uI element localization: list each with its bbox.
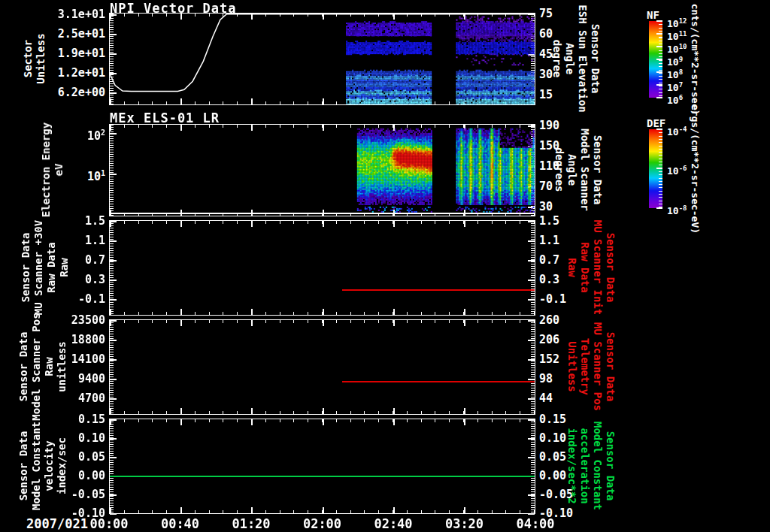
major-tick [110, 280, 117, 281]
p1-left-axis-title: SectorUnitless [22, 33, 47, 83]
colorbar-unit-label: ergs/(cm**2-sr-sec-eV) [690, 104, 701, 233]
colorbar-tick-label: 1010 [667, 41, 687, 55]
major-tick [110, 398, 117, 400]
p4-right-axis-title-line: Telemetry [578, 322, 591, 411]
axis-ticks [110, 221, 114, 315]
major-tick [528, 513, 535, 515]
p1-right-axis-title: Sensor DataESH Sun ElevationAngledegree [550, 5, 602, 112]
colorbar-major-tick [656, 97, 662, 98]
p5-right-tick-label: 0.05 [539, 451, 566, 463]
p1-left-tick-label: 1.9e+01 [0, 47, 105, 59]
p1-left-axis-title-line: Unitless [35, 33, 47, 83]
p5-left-axis-title-line: Model Constant [30, 422, 43, 510]
axis-ticks [531, 320, 535, 414]
p2-right-axis-title-line: Sensor Data [591, 128, 604, 211]
major-tick [528, 379, 535, 380]
colorbar-major-tick [656, 59, 662, 60]
exponent: 8 [679, 68, 683, 76]
axis-ticks [110, 408, 535, 414]
major-tick [528, 438, 535, 440]
major-tick [528, 240, 535, 242]
axis-ticks [110, 419, 535, 425]
p5-left-axis-title: Sensor DataModel Constantvelocityindex/s… [17, 422, 68, 510]
p2-right-axis-title-line: degrees [553, 128, 565, 211]
exponent: -8 [679, 204, 687, 212]
colorbar-tick-label: 106 [667, 92, 683, 106]
axis-ticks [110, 221, 535, 227]
p5-left-axis-title-line: velocity [43, 422, 56, 510]
x-tick-label: 04:00 [502, 517, 569, 530]
p4-left-axis-title-line: Raw [43, 313, 56, 420]
major-tick [110, 379, 117, 380]
p4-right-tick-label: 260 [539, 314, 559, 326]
multi-panel-time-series-plot: NPI Vector Data MEx ELS-01 LR 2007/021 3… [0, 0, 770, 532]
exponent: 9 [679, 56, 683, 63]
p3-right-axis-title-line: Raw Data [578, 220, 591, 315]
colorbar-tick-label: 10-8 [667, 203, 687, 216]
panel2-white-line [110, 213, 535, 214]
axis-ticks [531, 419, 535, 513]
major-tick [528, 221, 535, 222]
exponent: -6 [679, 165, 687, 172]
p5-right-axis-title-line: index/sec**2 [565, 422, 578, 510]
x-tick-label: 02:00 [289, 517, 356, 530]
p5-right-tick-label: 0.00 [539, 470, 566, 482]
colorbar-tick-label: 107 [667, 80, 683, 93]
major-tick [528, 260, 535, 261]
colorbar-major-tick [656, 71, 662, 73]
p2-right-tick-label: 30 [539, 201, 553, 213]
p4-left-axis-title-line: Sensor Data [17, 313, 30, 420]
major-tick [110, 438, 117, 440]
colorbar-tick-label: 108 [667, 67, 683, 80]
axis-ticks [110, 419, 114, 513]
p3-left-axis-title-line: Sensor Data [20, 220, 32, 315]
major-tick [110, 494, 117, 496]
p5-right-axis-title: Sensor DataModel Constantaccelerationind… [565, 422, 617, 510]
major-tick [110, 457, 117, 458]
major-tick [528, 299, 535, 301]
mu-scanner-pos-line [342, 381, 535, 382]
exponent: 6 [679, 94, 683, 101]
p2-right-axis-title-line: Model Scanner [578, 128, 591, 211]
axis-ticks [110, 507, 535, 513]
p3-right-tick-label: 0.7 [539, 254, 559, 266]
major-tick [110, 513, 117, 515]
panel5-plot-area [109, 419, 535, 514]
p3-right-tick-label: 1.5 [539, 215, 559, 227]
p5-right-axis-title-line: Sensor Data [604, 422, 617, 510]
p4-right-axis-title-line: Sensor Data [604, 322, 617, 411]
p3-right-axis-title-line: MU Scanner Init [591, 220, 604, 315]
exponent: -4 [679, 125, 687, 133]
p5-right-tick-label: 0.10 [539, 432, 566, 444]
major-tick [528, 320, 535, 322]
major-tick [110, 320, 117, 322]
x-tick-label: 03:20 [431, 517, 499, 530]
exponent: 10 [679, 43, 687, 50]
p1-left-axis-title-line: Sector [22, 33, 35, 83]
p1-left-tick-label: 6.2e+00 [0, 86, 105, 98]
exponent: 7 [679, 81, 683, 89]
p3-right-tick-label: 0.3 [539, 274, 559, 286]
p1-left-tick-label: 1.2e+01 [0, 67, 105, 79]
exponent: 12 [679, 17, 687, 25]
els-electron-energy-spectrogram [110, 125, 535, 216]
p1-right-axis-title-line: degree [550, 5, 563, 112]
major-tick [110, 359, 117, 361]
p5-right-tick-label: 0.15 [539, 413, 566, 425]
p4-right-tick-label: 152 [539, 353, 559, 365]
mu-scanner-init-line [342, 289, 535, 291]
p1-left-tick-label: 3.1e+01 [0, 8, 105, 20]
p5-left-axis-title-line: Sensor Data [17, 422, 30, 510]
p4-left-axis-title: Sensor DataModel Scanner PosRawunitless [17, 313, 68, 420]
axis-ticks [110, 320, 114, 414]
x-tick-label: 00:40 [147, 517, 214, 530]
x-tick-label: 00:00 [75, 517, 143, 530]
p2-right-axis-title: Sensor DataModel ScannerAngledegrees [553, 128, 604, 211]
p3-left-axis-title-line: Raw Data [45, 220, 58, 315]
colorbar-major-tick [656, 46, 662, 47]
colorbar-major-tick [656, 84, 662, 86]
colorbar-tick-label: 109 [667, 54, 683, 68]
p3-right-axis-title-line: Sensor Data [604, 220, 617, 315]
major-tick [528, 398, 535, 400]
colorbar-title: DEF [647, 117, 665, 129]
